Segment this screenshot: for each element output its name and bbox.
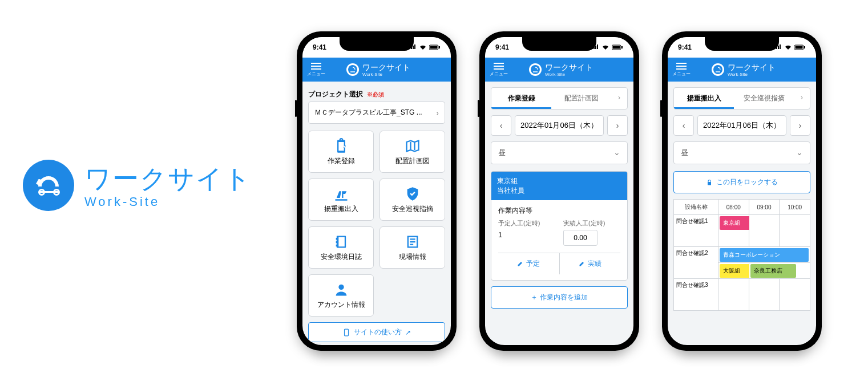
chip-osaka[interactable]: 大阪組: [720, 264, 752, 278]
menu-button[interactable]: メニュー: [490, 63, 508, 77]
date-prev-button[interactable]: ‹: [491, 115, 511, 136]
brand-icon: [23, 160, 74, 211]
crane-icon: [333, 186, 349, 202]
status-indicators: [409, 44, 441, 50]
tab-layout-plan[interactable]: 配置計画図: [551, 88, 611, 109]
cell[interactable]: 奈良工務店: [749, 263, 810, 279]
th-0900: 09:00: [749, 200, 780, 215]
chip-tokyo[interactable]: 東京組: [720, 216, 752, 230]
tile-account[interactable]: アカウント情報: [308, 274, 374, 317]
user-icon: [333, 282, 349, 298]
pencil-icon: [517, 260, 524, 267]
battery-icon: [612, 44, 623, 50]
menu-label: メニュー: [307, 71, 325, 77]
add-work-button[interactable]: ＋ 作業内容を追加: [491, 286, 628, 309]
tile-safety-patrol[interactable]: 安全巡視指摘: [380, 179, 445, 221]
cell[interactable]: [718, 279, 749, 311]
row-label-3: 問合せ確認3: [674, 279, 718, 311]
date-next-button[interactable]: ›: [607, 115, 628, 136]
tile-site-info[interactable]: 現場情報: [380, 226, 445, 269]
cell[interactable]: 大阪組: [718, 263, 749, 279]
clipboard-icon: [333, 138, 349, 154]
notch: [340, 37, 414, 51]
menu-button[interactable]: メニュー: [307, 63, 325, 77]
date-prev-button[interactable]: ‹: [673, 115, 694, 136]
date-display[interactable]: 2022年01月06日（木）: [697, 115, 786, 136]
help-button[interactable]: サイトの使い方 ↗: [308, 322, 445, 342]
tabs: 作業登録 配置計画図 ›: [491, 87, 628, 110]
battery-icon: [429, 44, 441, 50]
tile-layout-plan[interactable]: 配置計画図: [380, 131, 445, 173]
table-row: 問合せ確認2 青森コーポレーション: [674, 247, 810, 263]
svg-rect-9: [621, 46, 623, 48]
work-card: 東京組 当社社員 作業内容等 予定人工(定時) 1: [491, 171, 628, 281]
actual-label: 実績人工(定時): [563, 219, 620, 228]
project-name: ＭＣデータプラスビル工事_STG ...: [314, 108, 422, 117]
phone-frame-3: 9:41 メニュー ワークサイト: [662, 31, 822, 351]
tab-hoisting[interactable]: 揚重搬出入: [674, 88, 734, 109]
svg-point-10: [531, 65, 540, 74]
card-section-label: 作業内容等: [498, 206, 620, 216]
planned-value: 1: [498, 231, 555, 239]
date-nav: ‹ 2022年01月06日（木） ›: [673, 115, 810, 136]
svg-rect-8: [613, 46, 620, 49]
app-subtitle: Work-Site: [362, 72, 410, 77]
actual-button[interactable]: 実績: [560, 253, 621, 274]
cell[interactable]: [780, 215, 810, 247]
map-icon: [405, 138, 421, 154]
chip-nara[interactable]: 奈良工務店: [750, 264, 796, 278]
tabs-next[interactable]: ›: [794, 88, 810, 109]
chevron-down-icon: ⌄: [796, 148, 803, 158]
wifi-icon: [601, 44, 609, 50]
tab-work-register[interactable]: 作業登録: [491, 88, 551, 109]
hamburger-icon: [676, 63, 687, 70]
cell[interactable]: 東京組: [718, 215, 749, 247]
cell[interactable]: [780, 279, 810, 311]
list-icon: [405, 234, 421, 250]
app-bar: メニュー ワークサイト Work-Site: [668, 58, 816, 82]
status-indicators: [591, 44, 623, 50]
app-logo-icon: [529, 63, 542, 76]
app-title-wrap: ワークサイト Work-Site: [329, 63, 428, 77]
lock-icon: [706, 179, 713, 186]
phone-help-icon: [342, 329, 350, 337]
app-bar: メニュー ワークサイト Work-Site: [485, 58, 633, 82]
date-display[interactable]: 2022年01月06日（木）: [515, 115, 604, 136]
cell[interactable]: [749, 215, 780, 247]
table-row: 問合せ確認3: [674, 279, 810, 311]
tabs: 揚重搬出入 安全巡視指摘 ›: [673, 87, 810, 110]
tile-safety-diary[interactable]: 安全環境日誌: [308, 226, 374, 269]
status-time: 9:41: [678, 43, 692, 51]
tabs-next[interactable]: ›: [611, 88, 627, 109]
date-next-button[interactable]: ›: [790, 115, 810, 136]
external-link-icon: ↗: [405, 329, 411, 337]
phone-frame-1: 9:41 メニュー: [297, 31, 457, 351]
tile-hoisting[interactable]: 揚重搬出入: [308, 179, 374, 221]
row-label-1: 問合せ確認1: [674, 215, 718, 247]
tab-safety-patrol[interactable]: 安全巡視指摘: [734, 88, 794, 109]
project-select[interactable]: ＭＣデータプラスビル工事_STG ... ›: [308, 102, 445, 124]
notch: [522, 37, 596, 51]
svg-rect-13: [804, 46, 805, 48]
shift-select[interactable]: 昼 ⌄: [491, 141, 628, 164]
lock-day-button[interactable]: この日をロックする: [673, 171, 810, 193]
plan-button[interactable]: 予定: [498, 253, 560, 274]
hamburger-icon: [311, 63, 321, 70]
project-select-label: プロジェクト選択 ※必須: [308, 90, 445, 99]
hamburger-icon: [494, 63, 504, 70]
shift-select[interactable]: 昼 ⌄: [673, 141, 810, 164]
cell[interactable]: [749, 279, 780, 311]
th-0800: 08:00: [718, 200, 749, 215]
actual-input[interactable]: 0.00: [563, 230, 597, 246]
svg-point-14: [713, 65, 722, 74]
app-logo-icon: [346, 63, 359, 76]
chip-aomori[interactable]: 青森コーポレーション: [720, 248, 809, 262]
tile-work-register[interactable]: 作業登録: [308, 131, 374, 173]
menu-button[interactable]: メニュー: [672, 63, 691, 77]
app-bar: メニュー ワークサイト Work-Site: [302, 58, 451, 82]
svg-rect-6: [345, 329, 349, 336]
required-mark: ※必須: [367, 91, 384, 98]
row-label-2: 問合せ確認2: [674, 247, 718, 279]
status-time: 9:41: [313, 43, 326, 51]
cell[interactable]: 青森コーポレーション: [718, 247, 810, 263]
